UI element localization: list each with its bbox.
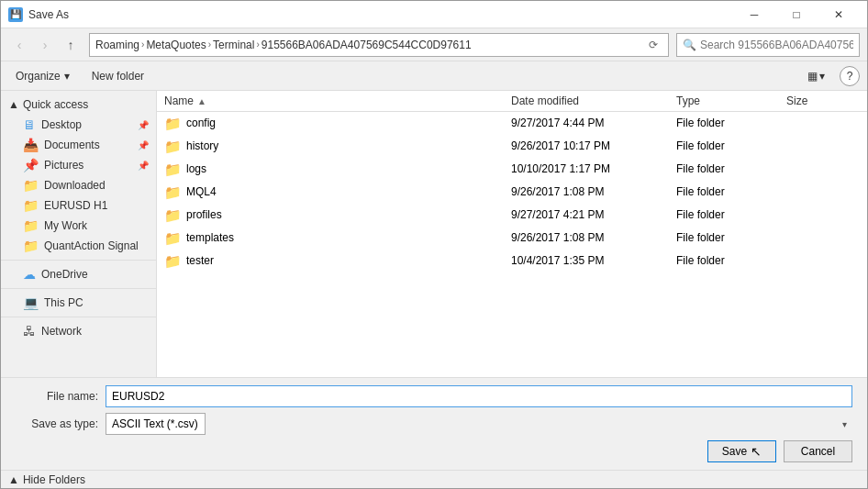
col-header-name[interactable]: Name ▲ xyxy=(164,94,511,107)
sidebar-item-thispc[interactable]: 💻 This PC xyxy=(1,293,156,313)
window-icon: 💾 xyxy=(8,7,23,22)
new-folder-button[interactable]: New folder xyxy=(84,66,151,86)
pin-icon-docs: 📌 xyxy=(138,140,149,150)
sidebar-item-onedrive[interactable]: ☁ OneDrive xyxy=(1,264,156,284)
eurusd-icon: 📁 xyxy=(23,198,39,213)
savetype-label: Save as type: xyxy=(16,417,98,430)
help-button[interactable]: ? xyxy=(840,66,860,86)
back-button[interactable]: ‹ xyxy=(8,34,30,56)
quantaction-label: QuantAction Signal xyxy=(44,239,139,252)
file-name: config xyxy=(186,117,216,129)
maximize-button[interactable]: □ xyxy=(775,1,818,28)
col-date-label: Date modified xyxy=(511,94,579,107)
table-row[interactable]: 📁 tester 10/4/2017 1:35 PM File folder xyxy=(157,250,867,272)
sidebar-divider-1 xyxy=(1,260,156,261)
file-list-header: Name ▲ Date modified Type Size xyxy=(157,91,867,112)
pin-icon-desktop: 📌 xyxy=(138,120,149,130)
refresh-button[interactable]: ⟳ xyxy=(644,36,662,54)
onedrive-icon: ☁ xyxy=(23,267,36,282)
sidebar-item-desktop[interactable]: 🖥 Desktop 📌 xyxy=(1,115,156,135)
organize-chevron: ▾ xyxy=(64,70,70,83)
sidebar-item-network[interactable]: 🖧 Network xyxy=(1,321,156,341)
breadcrumb-sep-2: › xyxy=(208,39,211,50)
downloaded-icon: 📁 xyxy=(23,178,39,193)
toolbar: ‹ › ↑ Roaming › MetaQuotes › Terminal › … xyxy=(1,28,867,61)
quick-access-chevron: ▲ xyxy=(8,98,19,111)
savetype-select[interactable]: ASCII Text (*.csv) xyxy=(106,413,206,435)
mywork-label: My Work xyxy=(44,219,87,232)
breadcrumb-metaquotes: MetaQuotes xyxy=(146,39,206,51)
view-button[interactable]: ▦ ▾ xyxy=(800,66,832,86)
file-name-cell: 📁 history xyxy=(164,139,511,153)
table-row[interactable]: 📁 history 9/26/2017 10:17 PM File folder xyxy=(157,135,867,158)
sidebar-item-pictures[interactable]: 📌 Pictures 📌 xyxy=(1,155,156,175)
file-type: File folder xyxy=(676,139,786,152)
file-date: 10/4/2017 1:35 PM xyxy=(511,254,676,267)
quantaction-icon: 📁 xyxy=(23,239,39,253)
file-date: 9/26/2017 1:08 PM xyxy=(511,231,676,244)
quick-access-label: Quick access xyxy=(23,98,88,111)
col-header-type[interactable]: Type xyxy=(676,94,786,107)
sidebar-item-quantaction[interactable]: 📁 QuantAction Signal xyxy=(1,236,156,256)
new-folder-label: New folder xyxy=(92,70,144,83)
savetype-select-wrapper: ASCII Text (*.csv) ▾ xyxy=(106,413,852,435)
downloaded-label: Downloaded xyxy=(44,179,106,192)
folder-icon: 📁 xyxy=(164,253,179,268)
search-box[interactable]: 🔍 xyxy=(676,33,860,57)
forward-button[interactable]: › xyxy=(34,34,56,56)
close-button[interactable]: ✕ xyxy=(818,1,860,28)
table-row[interactable]: 📁 templates 9/26/2017 1:08 PM File folde… xyxy=(157,227,867,250)
file-name-cell: 📁 templates xyxy=(164,230,511,245)
mywork-icon: 📁 xyxy=(23,218,39,233)
table-row[interactable]: 📁 logs 10/10/2017 1:17 PM File folder xyxy=(157,158,867,181)
col-header-date[interactable]: Date modified xyxy=(511,94,676,107)
quick-access-header[interactable]: ▲ Quick access xyxy=(1,94,156,115)
file-name: profiles xyxy=(186,208,222,221)
view-icon: ▦ xyxy=(807,70,818,83)
file-name: MQL4 xyxy=(186,185,217,198)
file-name-cell: 📁 config xyxy=(164,116,511,130)
bottom-form: File name: Save as type: ASCII Text (*.c… xyxy=(1,377,867,470)
eurusd-label: EURUSD H1 xyxy=(44,199,107,212)
up-button[interactable]: ↑ xyxy=(60,34,82,56)
organize-button[interactable]: Organize ▾ xyxy=(8,66,77,86)
filename-row: File name: xyxy=(16,385,852,407)
documents-icon: 📥 xyxy=(23,138,39,152)
sidebar-item-documents[interactable]: 📥 Documents 📌 xyxy=(1,135,156,155)
file-date: 9/27/2017 4:44 PM xyxy=(511,117,676,129)
file-date: 9/26/2017 10:17 PM xyxy=(511,139,676,152)
main-content: ▲ Quick access 🖥 Desktop 📌 📥 Documents 📌… xyxy=(1,91,867,377)
table-row[interactable]: 📁 MQL4 9/26/2017 1:08 PM File folder xyxy=(157,181,867,204)
actionbar: Organize ▾ New folder ▦ ▾ ? xyxy=(1,61,867,91)
address-bar[interactable]: Roaming › MetaQuotes › Terminal › 915566… xyxy=(89,33,669,57)
sidebar-item-downloaded[interactable]: 📁 Downloaded xyxy=(1,175,156,195)
hide-folders-label: Hide Folders xyxy=(23,473,85,486)
table-row[interactable]: 📁 config 9/27/2017 4:44 PM File folder xyxy=(157,112,867,135)
table-row[interactable]: 📁 profiles 9/27/2017 4:21 PM File folder xyxy=(157,204,867,227)
col-type-label: Type xyxy=(676,94,700,107)
file-type: File folder xyxy=(676,162,786,175)
col-header-size[interactable]: Size xyxy=(786,94,860,107)
thispc-label: This PC xyxy=(44,296,83,309)
cancel-button[interactable]: Cancel xyxy=(784,440,852,462)
breadcrumb-roaming: Roaming xyxy=(95,39,139,51)
sort-arrow: ▲ xyxy=(197,96,206,106)
hide-folders-bar[interactable]: ▲ Hide Folders xyxy=(1,470,867,488)
folder-icon: 📁 xyxy=(164,230,179,245)
file-type: File folder xyxy=(676,254,786,267)
cursor-icon: ↖ xyxy=(751,444,762,459)
save-button[interactable]: Save ↖ xyxy=(707,440,776,462)
sidebar-item-mywork[interactable]: 📁 My Work xyxy=(1,216,156,236)
sidebar-item-eurusd[interactable]: 📁 EURUSD H1 xyxy=(1,195,156,216)
titlebar-controls: ─ □ ✕ xyxy=(733,1,860,28)
pictures-label: Pictures xyxy=(44,159,83,172)
file-name: tester xyxy=(186,254,214,267)
network-icon: 🖧 xyxy=(23,324,36,339)
search-input[interactable] xyxy=(700,39,853,51)
sidebar: ▲ Quick access 🖥 Desktop 📌 📥 Documents 📌… xyxy=(1,91,157,377)
filename-input[interactable] xyxy=(106,385,852,407)
desktop-label: Desktop xyxy=(41,118,82,131)
file-type: File folder xyxy=(676,231,786,244)
pictures-icon: 📌 xyxy=(23,158,39,172)
minimize-button[interactable]: ─ xyxy=(733,1,775,28)
